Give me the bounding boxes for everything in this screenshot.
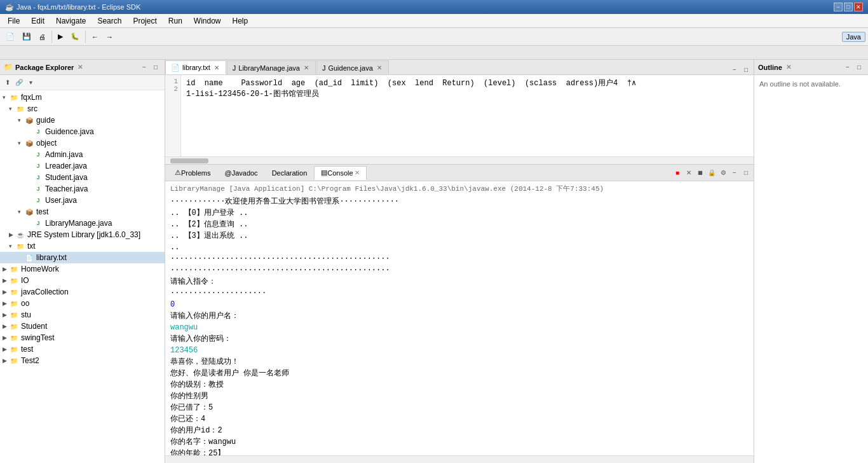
console-line-12-text: 请输入你的密码：	[170, 335, 231, 343]
console-settings-btn[interactable]: ⚙	[718, 168, 728, 178]
menu-window[interactable]: Window	[189, 15, 226, 27]
tab-guidence-icon: J	[322, 64, 326, 72]
console-scroll-lock-btn[interactable]: 🔒	[707, 168, 717, 178]
tab-declaration[interactable]: Declaration	[265, 166, 315, 180]
arrow-stu: ▶	[3, 312, 9, 318]
tab-problems-icon: ⚠	[175, 169, 181, 177]
debug-button[interactable]: 🐛	[67, 31, 83, 43]
arrow-jre: ▶	[9, 232, 15, 238]
tree-item-object[interactable]: ▾ 📦 object	[0, 137, 165, 149]
tree-item-txt-folder[interactable]: ▾ 📁 txt	[0, 240, 165, 252]
menu-run[interactable]: Run	[163, 15, 187, 27]
console-line-14-text: 恭喜你，登陆成功！	[170, 357, 239, 366]
tree-item-javacollection[interactable]: ▶ 📁 javaCollection	[0, 286, 165, 298]
tree-menu-btn[interactable]: ▾	[25, 78, 36, 88]
folder-icon-stu: 📁	[9, 310, 19, 320]
tree-item-test2[interactable]: ▶ 📁 Test2	[0, 355, 165, 366]
tree-item-library-txt[interactable]: 📄 library.txt	[0, 252, 165, 263]
tree-item-jre[interactable]: ▶ ☕ JRE System Library [jdk1.6.0_33]	[0, 229, 165, 240]
tree-item-admin[interactable]: J Admin.java	[0, 149, 165, 160]
console-line-19: 你已还：4	[170, 413, 749, 425]
menu-navigate[interactable]: Navigate	[51, 15, 91, 27]
tab-problems[interactable]: ⚠ Problems	[168, 166, 217, 180]
outline-content: An outline is not available.	[754, 75, 868, 93]
arrow-swingtest: ▶	[3, 335, 9, 341]
new-button[interactable]: 📄	[3, 31, 18, 43]
tree-item-user[interactable]: J User.java	[0, 195, 165, 206]
tree-item-guide[interactable]: ▾ 📦 guide	[0, 114, 165, 126]
tab-librarymanage[interactable]: J LibraryManage.java ✕	[227, 60, 316, 74]
tree-item-guidence[interactable]: J Guidence.java	[0, 126, 165, 137]
tree-item-student-java[interactable]: J Student.java	[0, 172, 165, 183]
console-line-21-text: 你的名字：wangwu	[170, 438, 236, 446]
tab-guidence-label: Guidence.java	[328, 64, 372, 72]
outline-minimize-btn[interactable]: −	[843, 62, 853, 73]
minimize-panel-btn[interactable]: −	[139, 62, 149, 73]
label-student-java: Student.java	[45, 173, 88, 182]
minimize-button[interactable]: −	[834, 3, 843, 11]
editor-scrollbar-h[interactable]	[165, 156, 754, 164]
tree-item-stu[interactable]: ▶ 📁 stu	[0, 309, 165, 321]
outline-maximize-btn[interactable]: □	[854, 62, 864, 73]
tree-item-libmanage[interactable]: J LibraryManage.java	[0, 218, 165, 229]
menu-file[interactable]: File	[3, 15, 25, 27]
tab-guidence[interactable]: J Guidence.java ✕	[316, 60, 389, 74]
editor-maximize-btn[interactable]: □	[741, 64, 751, 74]
maximize-panel-btn[interactable]: □	[151, 62, 161, 73]
console-area: LibraryManage [Java Application] C:\Prog…	[165, 181, 754, 455]
menu-edit[interactable]: Edit	[26, 15, 50, 27]
console-maximize-btn[interactable]: □	[741, 168, 751, 178]
save-button[interactable]: 💾	[19, 31, 34, 43]
tree-item-test-pkg[interactable]: ▾ 📦 test	[0, 206, 165, 218]
menu-search[interactable]: Search	[92, 15, 126, 27]
console-line-6: ········································…	[170, 265, 749, 276]
console-line-13: 123456	[170, 345, 749, 356]
tree-item-lreader[interactable]: J Lreader.java	[0, 160, 165, 172]
tree-item-teacher[interactable]: J Teacher.java	[0, 183, 165, 195]
tab-javadoc[interactable]: @ Javadoc	[217, 166, 264, 180]
tree-item-src[interactable]: ▾ 📁 src	[0, 103, 165, 114]
java-icon-user: J	[33, 195, 43, 205]
tab-library-txt[interactable]: 📄 library.txt ✕	[165, 60, 226, 74]
print-button[interactable]: 🖨	[36, 31, 49, 43]
java-perspective-btn[interactable]: Java	[842, 32, 865, 42]
editor-minimize-btn[interactable]: −	[729, 64, 740, 74]
console-minimize-btn[interactable]: −	[729, 168, 740, 178]
label-jre: JRE System Library [jdk1.6.0_33]	[27, 230, 140, 239]
close-button[interactable]: ✕	[854, 3, 863, 11]
tab-guidence-close[interactable]: ✕	[376, 64, 383, 72]
forward-button[interactable]: →	[103, 31, 116, 43]
tab-librarymanage-close[interactable]: ✕	[302, 64, 310, 72]
tree-item-fqxLm[interactable]: ▾ 📁 fqxLm	[0, 92, 165, 103]
tab-console-close[interactable]: ✕	[355, 169, 360, 176]
arrow-src: ▾	[9, 106, 15, 112]
console-clear-btn[interactable]: ✕	[684, 168, 694, 178]
menu-help[interactable]: Help	[227, 15, 254, 27]
arrow-homework: ▶	[3, 266, 9, 272]
tree-item-swingtest[interactable]: ▶ 📁 swingTest	[0, 332, 165, 343]
collapse-all-btn[interactable]: ⬆	[3, 78, 13, 88]
menu-project[interactable]: Project	[128, 15, 161, 27]
tab-library-txt-close[interactable]: ✕	[213, 64, 220, 71]
bottom-scrollbar[interactable]	[165, 455, 754, 463]
tree-item-test-proj[interactable]: ▶ 📁 test	[0, 343, 165, 355]
tree-item-io[interactable]: ▶ 📁 IO	[0, 275, 165, 286]
console-line-2: .. 【2】信息查询 ..	[170, 219, 749, 230]
tree-item-homework[interactable]: ▶ 📁 HomeWork	[0, 263, 165, 275]
console-stop-btn[interactable]: ■	[672, 168, 682, 178]
maximize-button[interactable]: □	[844, 3, 853, 11]
menu-bar: File Edit Navigate Search Project Run Wi…	[0, 14, 868, 28]
run-button[interactable]: ▶	[55, 31, 66, 43]
label-txt-folder: txt	[27, 242, 36, 251]
editor-line-2: 1-lisi-123456-20-1-图书馆管理员	[186, 88, 749, 99]
tab-console[interactable]: ▤ Console ✕	[314, 166, 366, 180]
label-stu: stu	[21, 310, 31, 319]
editor-text-area[interactable]: id name Passworld age (ad_id limit) (sex…	[181, 75, 754, 156]
console-line-7-text: 请输入指令：	[170, 277, 216, 286]
console-line-20: 你的用户id：2	[170, 425, 749, 436]
console-terminate-btn[interactable]: ⏹	[695, 168, 705, 178]
link-editor-btn[interactable]: 🔗	[14, 78, 24, 88]
back-button[interactable]: ←	[88, 31, 102, 43]
tree-item-student-proj[interactable]: ▶ 📁 Student	[0, 321, 165, 332]
tree-item-oo[interactable]: ▶ 📁 oo	[0, 298, 165, 309]
